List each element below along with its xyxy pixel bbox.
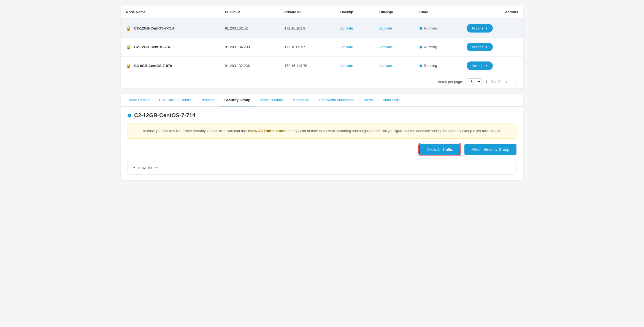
public-ip-cell: 91.203.134.200: [220, 38, 279, 57]
node-name-cell: 🔒 C2-12GB-CentOS-7-714: [121, 19, 220, 38]
actions-chevron-icon: ▼: [485, 27, 488, 30]
node-name-text: C2-12GB-CentOS-7-611: [134, 45, 174, 49]
actions-dropdown-button[interactable]: Actions ▼: [467, 24, 493, 33]
bitninja-cell: Activate: [374, 57, 414, 75]
tab-audit-logs[interactable]: Audit Logs: [378, 94, 404, 106]
bitninja-cell: Activate: [374, 19, 414, 38]
next-page-button[interactable]: ›: [513, 79, 518, 85]
edit-rule-icon[interactable]: ✏: [155, 165, 158, 170]
actions-cell: Actions ▼: [462, 38, 523, 57]
state-cell: Running: [415, 57, 462, 75]
rule-chevron[interactable]: ▾: [133, 166, 135, 170]
node-title: C2-12GB-CentOS-7-714: [128, 112, 516, 119]
tab-node-details[interactable]: Node Details: [124, 94, 154, 106]
col-header-actions: Actions: [462, 6, 523, 19]
items-per-page-label: Items per page:: [438, 80, 463, 84]
state-cell: Running: [415, 19, 462, 38]
col-header-node-name: Node Name: [121, 6, 220, 19]
detail-card: Node DetailsCDP Backup DetailsNetworkSec…: [121, 94, 523, 180]
lock-icon: 🔒: [126, 26, 131, 31]
bitninja-activate-link[interactable]: Activate: [379, 64, 392, 68]
backup-activate-link[interactable]: Activate: [340, 45, 353, 49]
warning-suffix: at any point of time to allow all incomi…: [286, 129, 501, 133]
state-text: Running: [424, 26, 437, 30]
warning-banner: In case you find any issue with Security…: [128, 124, 516, 139]
nodes-table: Node Name Public IP Private IP Backup Bi…: [121, 6, 523, 75]
bitninja-cell: Activate: [374, 38, 414, 57]
lock-icon: 🔒: [126, 44, 131, 50]
backup-cell: Activate: [335, 19, 375, 38]
action-buttons-row: Allow All Traffic Attach Security Group: [128, 144, 516, 155]
rule-name: newrule: [138, 165, 152, 170]
warning-highlight: Allow All Traffic button: [248, 129, 286, 133]
state-dot: [420, 27, 422, 30]
private-ip-cell: 172.16.66.97: [279, 38, 335, 57]
col-header-private-ip: Private IP: [279, 6, 335, 19]
state-cell: Running: [415, 38, 462, 57]
backup-activate-link[interactable]: Activate: [340, 64, 353, 68]
col-header-public-ip: Public IP: [220, 6, 279, 19]
tabs-container: Node DetailsCDP Backup DetailsNetworkSec…: [121, 94, 523, 107]
bitninja-activate-link[interactable]: Activate: [379, 26, 392, 30]
state-dot: [420, 46, 422, 49]
allow-all-traffic-button[interactable]: Allow All Traffic: [419, 144, 461, 155]
bitninja-activate-link[interactable]: Activate: [379, 45, 392, 49]
node-name-text: C3-8GB-CentOS-7-870: [134, 64, 172, 68]
actions-btn-label: Actions: [472, 26, 483, 30]
pagination-range: 1 – 3 of 3: [485, 80, 500, 84]
node-name-cell: 🔒 C2-12GB-CentOS-7-611: [121, 38, 220, 57]
tab-monitoring[interactable]: Monitoring: [288, 94, 314, 106]
tab-alerts[interactable]: Alerts: [359, 94, 378, 106]
actions-cell: Actions ▼: [462, 57, 523, 75]
table-row: 🔒 C3-8GB-CentOS-7-870 91.203.132.236 172…: [121, 57, 523, 75]
public-ip-cell: 91.203.132.52: [220, 19, 279, 38]
tab-node-security[interactable]: Node Security: [255, 94, 288, 106]
table-row: 🔒 C2-12GB-CentOS-7-611 91.203.134.200 17…: [121, 38, 523, 57]
state-dot: [420, 65, 422, 67]
attach-security-group-button[interactable]: Attach Security Group: [464, 144, 516, 155]
backup-cell: Activate: [335, 38, 375, 57]
actions-btn-label: Actions: [472, 45, 483, 49]
actions-chevron-icon: ▼: [485, 45, 488, 49]
actions-dropdown-button[interactable]: Actions ▼: [467, 43, 493, 51]
private-ip-cell: 172.16.101.9: [279, 19, 335, 38]
col-header-bitninja: BitNinja: [374, 6, 414, 19]
public-ip-cell: 91.203.132.236: [220, 57, 279, 75]
tab-bandwidth-monitoring[interactable]: Bandwidth Monitoring: [314, 94, 359, 106]
state-text: Running: [424, 45, 437, 49]
actions-dropdown-button[interactable]: Actions ▼: [467, 61, 493, 70]
table-row: 🔒 C2-12GB-CentOS-7-714 91.203.132.52 172…: [121, 19, 523, 38]
col-header-state: State: [415, 6, 462, 19]
tab-network[interactable]: Network: [196, 94, 220, 106]
prev-page-button[interactable]: ‹: [504, 79, 509, 85]
actions-cell: Actions ▼: [462, 19, 523, 38]
actions-btn-label: Actions: [472, 64, 483, 68]
col-header-backup: Backup: [335, 6, 375, 19]
node-name-cell: 🔒 C3-8GB-CentOS-7-870: [121, 57, 220, 75]
private-ip-cell: 172.16.114.78: [279, 57, 335, 75]
node-status-dot: [128, 114, 131, 117]
node-name-text: C2-12GB-CentOS-7-714: [134, 26, 174, 30]
tab-cdp-backup[interactable]: CDP Backup Details: [154, 94, 196, 106]
actions-chevron-icon: ▼: [485, 64, 488, 67]
backup-cell: Activate: [335, 57, 375, 75]
tab-security-group[interactable]: Security Group: [220, 94, 255, 106]
rule-card: ▾ newrule ✏: [128, 161, 516, 175]
node-title-text: C2-12GB-CentOS-7-714: [134, 112, 195, 119]
backup-activate-link[interactable]: Activate: [340, 26, 353, 30]
lock-icon: 🔒: [126, 63, 131, 68]
nodes-table-card: Node Name Public IP Private IP Backup Bi…: [121, 6, 523, 89]
warning-prefix: In case you find any issue with Security…: [143, 129, 248, 133]
state-text: Running: [424, 64, 437, 68]
per-page-select[interactable]: 5 10 25: [467, 78, 481, 85]
pagination-row: Items per page: 5 10 25 1 – 3 of 3 ‹ ›: [121, 75, 523, 89]
detail-section: C2-12GB-CentOS-7-714 In case you find an…: [121, 107, 523, 180]
